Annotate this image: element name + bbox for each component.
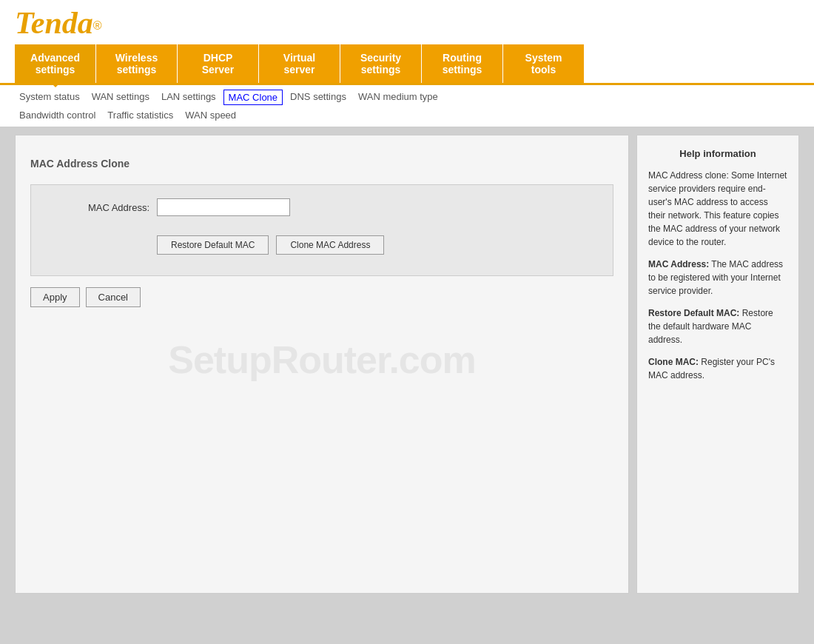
help-section-clone-mac: Clone MAC: Register your PC's MAC addres…: [648, 355, 787, 382]
help-section-restore-default: Restore Default MAC: Restore the default…: [648, 306, 787, 346]
sub-nav-system-status[interactable]: System status: [15, 90, 84, 105]
help-mac-clone-text: MAC Address clone: Some Internet service…: [648, 170, 787, 247]
help-clone-mac-title: Clone MAC:: [648, 357, 699, 367]
sub-nav-wan-medium-type[interactable]: WAN medium type: [354, 90, 443, 105]
mac-address-input[interactable]: [157, 198, 290, 216]
nav-item-advanced[interactable]: Advancedsettings: [15, 44, 96, 83]
help-section-mac-clone: MAC Address clone: Some Internet service…: [648, 169, 787, 249]
help-panel: Help information MAC Address clone: Some…: [636, 135, 799, 594]
sub-nav-wan-settings[interactable]: WAN settings: [87, 90, 154, 105]
clone-mac-address-button[interactable]: Clone MAC Address: [276, 235, 384, 255]
page-title: MAC Address Clone: [30, 158, 613, 170]
sub-nav-row1: System status WAN settings LAN settings …: [15, 90, 799, 105]
mac-address-row: MAC Address:: [46, 192, 598, 222]
help-section-mac-address: MAC Address: The MAC address to be regis…: [648, 258, 787, 298]
cancel-button[interactable]: Cancel: [86, 287, 141, 307]
help-mac-address-title: MAC Address:: [648, 259, 709, 269]
sub-nav-wan-speed[interactable]: WAN speed: [181, 108, 240, 122]
nav-item-virtual[interactable]: Virtualserver: [259, 44, 340, 83]
action-row: Apply Cancel: [30, 287, 613, 307]
apply-button[interactable]: Apply: [30, 287, 80, 307]
help-title: Help information: [648, 147, 787, 161]
sub-nav-bandwidth-control[interactable]: Bandwidth control: [15, 108, 100, 122]
nav-item-routing[interactable]: Routingsettings: [422, 44, 503, 83]
sub-nav: System status WAN settings LAN settings …: [0, 85, 814, 127]
content-area: SetupRouter.com MAC Address Clone MAC Ad…: [15, 135, 799, 594]
sub-nav-lan-settings[interactable]: LAN settings: [157, 90, 221, 105]
form-table: MAC Address: Restore Default MAC Clone M…: [30, 184, 613, 276]
header: Tenda® Advancedsettings Wirelesssettings…: [0, 0, 814, 85]
logo: Tenda®: [15, 7, 102, 38]
watermark: SetupRouter.com: [168, 338, 476, 382]
logo-reg: ®: [93, 19, 102, 32]
sub-nav-mac-clone[interactable]: MAC Clone: [223, 90, 283, 105]
mac-address-label: MAC Address:: [46, 202, 157, 213]
help-restore-default-title: Restore Default MAC:: [648, 308, 739, 318]
nav-item-security[interactable]: Securitysettings: [340, 44, 422, 83]
main-nav: Advancedsettings Wirelesssettings DHCPSe…: [15, 44, 799, 83]
mac-buttons-row: Restore Default MAC Clone MAC Address: [46, 222, 598, 268]
restore-default-mac-button[interactable]: Restore Default MAC: [157, 235, 269, 255]
sub-nav-dns-settings[interactable]: DNS settings: [286, 90, 351, 105]
nav-item-wireless[interactable]: Wirelesssettings: [96, 44, 178, 83]
mac-action-buttons: Restore Default MAC Clone MAC Address: [157, 235, 384, 255]
nav-item-system[interactable]: Systemtools: [503, 44, 585, 83]
main-panel: SetupRouter.com MAC Address Clone MAC Ad…: [15, 135, 629, 594]
logo-text: Tenda: [15, 6, 93, 40]
sub-nav-traffic-statistics[interactable]: Traffic statistics: [103, 108, 178, 122]
nav-item-dhcp[interactable]: DHCPServer: [178, 44, 259, 83]
sub-nav-row2: Bandwidth control Traffic statistics WAN…: [15, 108, 799, 122]
